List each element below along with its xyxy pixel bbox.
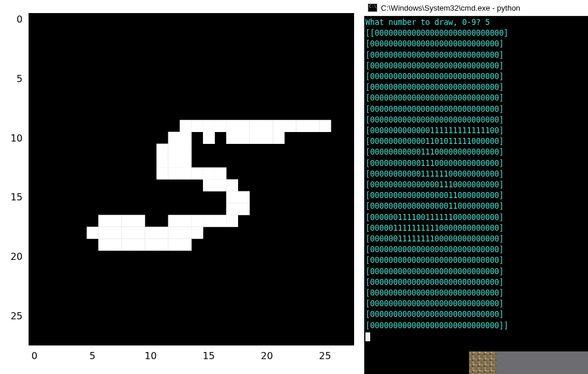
svg-rect-15 [180,132,192,144]
console-matrix-row: [0000001111111100000000000000] [365,234,587,244]
svg-rect-59 [180,227,192,238]
svg-rect-65 [145,238,157,250]
console-cursor-line[interactable] [365,331,587,342]
svg-rect-58 [168,227,180,238]
taskbar-thumbnail[interactable] [469,351,496,374]
taskbar-fragment [469,351,588,374]
pixel-grid [29,13,354,345]
cmd-window[interactable]: C:\Windows\System32\cmd.exe - python Wha… [364,0,588,374]
svg-rect-30 [180,168,192,180]
console-prompt-line: What number to draw, 0-9? 5 [365,17,587,28]
svg-rect-1 [180,120,192,132]
svg-rect-26 [168,156,180,168]
console-matrix-row: [0000000000000000000000000000] [365,93,587,103]
cursor-icon [365,332,370,341]
svg-rect-32 [203,168,215,180]
svg-rect-53 [110,227,122,238]
x-axis-ticks: 0510152025 [29,348,354,366]
svg-rect-38 [238,191,250,203]
svg-rect-66 [157,238,168,250]
svg-rect-46 [180,215,192,227]
matplotlib-plot: 0510152025 0510152025 [0,0,364,374]
svg-rect-57 [157,227,168,238]
svg-rect-7 [249,120,261,132]
x-tick-label: 20 [261,350,273,362]
svg-rect-60 [192,227,204,238]
svg-rect-41 [98,215,110,227]
svg-rect-19 [249,132,261,144]
console-matrix-row: [0000000000000000000000000000] [365,277,587,288]
svg-rect-18 [238,132,250,144]
console-matrix-row: [0000000000000000000000000000] [365,50,587,61]
svg-rect-37 [226,191,238,203]
console-matrix-row: [0000000000000000000000000000] [365,61,587,71]
svg-rect-35 [215,180,227,191]
svg-rect-42 [110,215,122,227]
cmd-output[interactable]: What number to draw, 0-9? 5[[00000000000… [364,16,588,374]
cmd-title: C:\Windows\System32\cmd.exe - python [381,4,520,12]
y-tick-label: 10 [11,132,23,143]
svg-rect-39 [226,203,238,215]
svg-rect-48 [203,215,215,227]
console-matrix-row: [0000011111111110000000000000] [365,223,587,234]
console-matrix-row: [0000000000011100000000000000] [365,158,587,169]
svg-rect-4 [215,120,227,132]
console-matrix-row: [0000000000000111111111111100] [365,125,587,136]
svg-rect-25 [157,156,168,168]
console-matrix-row: [0000000000011100000000000000] [365,147,587,158]
plot-image [29,13,354,345]
svg-rect-43 [121,215,133,227]
console-matrix-row: [0000000000000000000000000000] [365,39,587,49]
svg-rect-50 [226,215,238,227]
svg-rect-8 [261,120,273,132]
svg-rect-34 [203,180,215,191]
svg-rect-5 [226,120,238,132]
svg-rect-51 [87,227,99,238]
svg-rect-68 [180,238,192,250]
svg-rect-12 [308,120,320,132]
y-tick-label: 20 [11,251,23,262]
console-matrix-row: [0000000000000000000000000000] [365,244,587,255]
console-matrix-row: [0000000000001101011111000000] [365,136,587,147]
svg-rect-56 [145,227,157,238]
svg-rect-40 [238,203,250,215]
x-tick-label: 5 [89,350,95,362]
svg-rect-11 [296,120,308,132]
svg-rect-22 [157,144,168,156]
svg-rect-28 [157,168,168,180]
y-tick-label: 5 [17,73,23,84]
svg-rect-36 [226,180,238,191]
svg-rect-27 [180,156,192,168]
svg-rect-31 [192,168,204,180]
svg-rect-10 [284,120,296,132]
svg-rect-45 [168,215,180,227]
svg-rect-23 [168,144,180,156]
svg-rect-49 [215,215,227,227]
svg-rect-24 [180,144,192,156]
svg-rect-33 [215,168,227,180]
y-tick-label: 15 [11,191,23,203]
console-matrix-row: [0000000000000000000000000000] [365,309,587,320]
svg-rect-67 [168,238,180,250]
svg-rect-61 [98,238,110,250]
console-matrix-row: [[0000000000000000000000000000] [365,28,587,39]
cmd-titlebar: C:\Windows\System32\cmd.exe - python [364,0,588,16]
svg-rect-64 [133,238,145,250]
console-matrix-row: [0000000000000000011000000000] [365,190,587,201]
x-tick-label: 10 [145,350,157,362]
console-matrix-row: [0000000000000000000000000000] [365,82,587,93]
svg-rect-44 [133,215,145,227]
svg-rect-14 [168,132,180,144]
svg-rect-55 [133,227,145,238]
cmd-icon [368,4,377,12]
svg-rect-3 [203,120,215,132]
svg-rect-63 [121,238,133,250]
svg-rect-54 [121,227,133,238]
console-matrix-row: [0000000000000000000000000000] [365,298,587,309]
y-tick-label: 25 [11,310,23,322]
console-matrix-row: [0000000000000000000000000000] [365,266,587,277]
svg-rect-20 [261,132,273,144]
console-matrix-row: [0000000000000000000000000000] [365,104,587,115]
x-tick-label: 15 [203,350,215,362]
console-matrix-row: [0000000000000000000000000000] [365,288,587,298]
